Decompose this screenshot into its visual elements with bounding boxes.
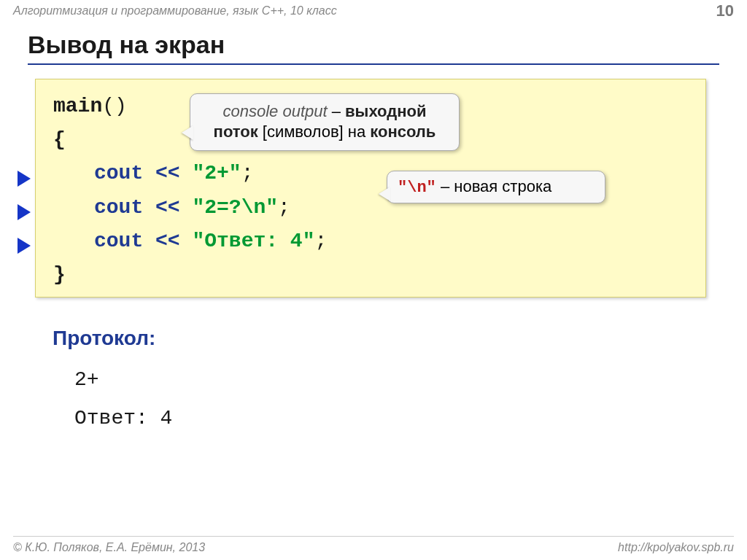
- callout-newline: "\n" – новая строка: [387, 171, 605, 203]
- protocol-line-1: 2+: [74, 368, 99, 391]
- code-parens: (): [102, 95, 127, 117]
- code-fn-main: main: [53, 95, 102, 117]
- code-kw-cout: cout: [94, 196, 143, 219]
- code-line-5: cout << "Ответ: 4";: [53, 225, 688, 258]
- code-semi: ;: [314, 230, 327, 252]
- callout1-dash: –: [328, 102, 345, 120]
- footer-divider: [13, 536, 734, 537]
- code-semi: ;: [241, 162, 254, 184]
- code-line-6: }: [53, 258, 688, 292]
- code-op: <<: [143, 230, 192, 252]
- protocol-output: 2+ Ответ: 4: [74, 360, 172, 438]
- code-str-1: "2+": [192, 162, 241, 184]
- callout2-mono: "\n": [398, 179, 436, 197]
- code-brace-open: {: [53, 128, 66, 151]
- callout-tail-icon: [379, 187, 390, 201]
- code-op: <<: [143, 162, 192, 184]
- header-topic: Алгоритмизация и программирование, язык …: [13, 4, 734, 18]
- slide: Алгоритмизация и программирование, язык …: [0, 0, 747, 560]
- callout-tail-icon: [182, 125, 193, 140]
- protocol-label: Протокол:: [53, 327, 155, 350]
- code-kw-cout: cout: [94, 162, 143, 184]
- play-marker-icon: [18, 238, 31, 254]
- callout2-rest: – новая строка: [436, 177, 551, 195]
- footer-copyright: © К.Ю. Поляков, Е.А. Ерёмин, 2013: [13, 541, 205, 554]
- footer-url: http://kpolyakov.spb.ru: [618, 541, 734, 554]
- code-str-3: "Ответ: 4": [192, 230, 314, 252]
- protocol-line-2: Ответ: 4: [74, 407, 172, 429]
- page-number: 10: [716, 1, 734, 20]
- code-str-2: "2=?\n": [192, 196, 278, 219]
- play-marker-icon: [18, 204, 31, 220]
- play-marker-icon: [18, 171, 31, 187]
- slide-title: Вывод на экран: [28, 31, 719, 65]
- callout1-bold2: консоль: [370, 122, 436, 141]
- code-op: <<: [143, 196, 192, 219]
- code-brace-close: }: [53, 263, 66, 286]
- code-semi: ;: [278, 196, 290, 219]
- callout-console-output: console output – выходной поток [символо…: [190, 93, 460, 151]
- callout1-italic: console output: [223, 102, 328, 120]
- code-kw-cout: cout: [94, 230, 143, 252]
- callout1-plain1: [символов] на: [258, 122, 371, 141]
